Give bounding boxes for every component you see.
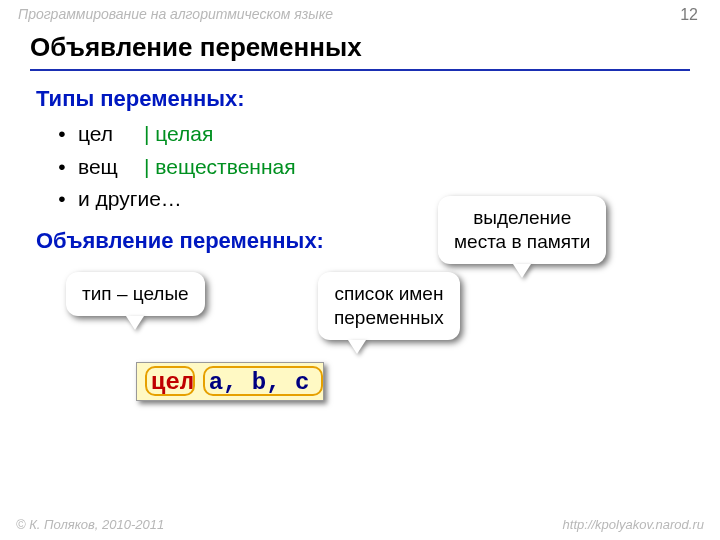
- callout-text: места в памяти: [454, 231, 590, 252]
- callout-text: выделение: [473, 207, 571, 228]
- callout-tail: [513, 264, 531, 278]
- bullet-dot: •: [56, 118, 68, 151]
- callout-tail: [348, 340, 366, 354]
- highlight-ring: [203, 366, 323, 396]
- callout-list: список имен переменных: [318, 272, 460, 340]
- callout-tail: [126, 316, 144, 330]
- callout-text: список имен: [334, 283, 443, 304]
- bullet-dot: •: [56, 151, 68, 184]
- highlight-ring: [145, 366, 195, 396]
- section-decl-heading: Объявление переменных:: [36, 228, 324, 254]
- callout-text: тип – целые: [82, 283, 189, 304]
- list-item: • и другие…: [56, 183, 296, 216]
- list-item: • вещ | вещественная: [56, 151, 296, 184]
- page-number: 12: [680, 6, 698, 24]
- type-comment: | целая: [144, 118, 213, 151]
- footer-url: http://kpolyakov.narod.ru: [563, 517, 704, 532]
- type-keyword: и другие…: [78, 183, 182, 216]
- section-types-heading: Типы переменных:: [36, 86, 245, 112]
- footer-copyright: © К. Поляков, 2010-2011: [16, 517, 164, 532]
- bullet-dot: •: [56, 183, 68, 216]
- type-keyword: цел: [78, 118, 134, 151]
- callout-type: тип – целые: [66, 272, 205, 316]
- callout-text: переменных: [334, 307, 444, 328]
- list-item: • цел | целая: [56, 118, 296, 151]
- page-title: Объявление переменных: [30, 32, 690, 71]
- type-bullets: • цел | целая • вещ | вещественная • и д…: [56, 118, 296, 216]
- type-comment: | вещественная: [144, 151, 296, 184]
- type-keyword: вещ: [78, 151, 134, 184]
- context-label: Программирование на алгоритмическом язык…: [18, 6, 333, 22]
- code-box: цел a, b, c: [136, 362, 324, 401]
- slide: Программирование на алгоритмическом язык…: [0, 0, 720, 540]
- callout-memory: выделение места в памяти: [438, 196, 606, 264]
